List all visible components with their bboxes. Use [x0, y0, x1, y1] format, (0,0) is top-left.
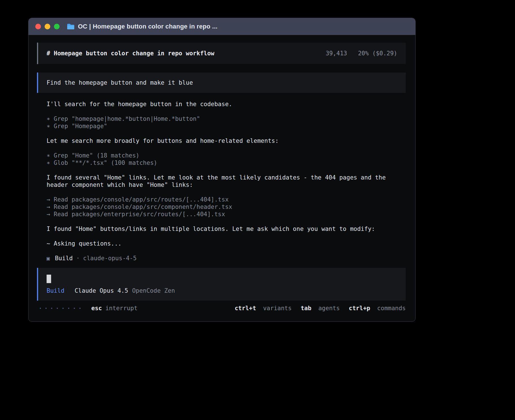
statusbar: ········ esc interrupt ctrl+t variants t… — [37, 305, 406, 312]
agent-status-line: ▣ Build · claude-opus-4-5 — [47, 255, 406, 262]
tool-call-grep: ∗ Grep "Home" (18 matches) — [47, 152, 406, 159]
agent-icon: ▣ — [47, 255, 50, 262]
terminal-content: # Homepage button color change in repo w… — [29, 35, 415, 312]
shortcut-key: ctrl+t — [235, 305, 256, 312]
esc-key-hint: esc — [91, 305, 102, 312]
minimize-button[interactable] — [45, 24, 50, 29]
shortcut-commands: ctrl+p commands — [349, 305, 406, 312]
tool-call-grep: ∗ Grep "Homepage" — [47, 123, 406, 130]
session-title: # Homepage button color change in repo w… — [47, 50, 214, 57]
assistant-status: ~ Asking questions... — [47, 240, 406, 247]
assistant-paragraph: Let me search more broadly for buttons a… — [47, 137, 406, 145]
statusbar-right: ctrl+t variants tab agents ctrl+p comman… — [226, 305, 406, 312]
assistant-paragraph: I'll search for the homepage button in t… — [47, 100, 406, 108]
agent-mode-label[interactable]: Build — [47, 287, 64, 294]
folder-icon — [67, 23, 75, 30]
user-message: Find the homepage button and make it blu… — [37, 73, 406, 93]
esc-key-label: interrupt — [105, 305, 138, 312]
spinner-dots: ········ — [39, 305, 84, 312]
context-usage: 20% ($0.29) — [358, 50, 397, 57]
terminal-window: OC | Homepage button color change in rep… — [28, 18, 416, 322]
agent-model: claude-opus-4-5 — [83, 255, 137, 262]
shortcut-label: commands — [377, 305, 406, 312]
tool-call-grep: ∗ Grep "homepage|home.*button|Home.*butt… — [47, 115, 406, 123]
shortcut-key: tab — [301, 305, 311, 312]
zoom-button[interactable] — [54, 24, 60, 29]
token-count: 39,413 — [326, 50, 347, 57]
shortcut-variants: ctrl+t variants — [235, 305, 292, 312]
tool-call-glob: ∗ Glob "**/*.tsx" (100 matches) — [47, 159, 406, 167]
shortcut-agents: tab agents — [301, 305, 340, 312]
user-message-text: Find the homepage button and make it blu… — [47, 79, 193, 86]
tool-call-group: → Read packages/console/app/src/routes/[… — [47, 196, 406, 218]
agent-separator: · — [76, 255, 80, 262]
input-meta-row: Build Claude Opus 4.5 OpenCode Zen — [47, 287, 397, 294]
close-button[interactable] — [35, 24, 41, 29]
tool-call-group: ∗ Grep "Home" (18 matches) ∗ Glob "**/*.… — [47, 152, 406, 167]
provider-label: OpenCode Zen — [132, 287, 175, 294]
assistant-paragraph: I found several "Home" links. Let me loo… — [47, 174, 400, 189]
tool-call-read: → Read packages/enterprise/src/routes/[.… — [47, 211, 406, 218]
window-title: OC | Homepage button color change in rep… — [78, 23, 217, 30]
tool-call-read: → Read packages/console/app/src/componen… — [47, 203, 406, 211]
shortcut-key: ctrl+p — [349, 305, 370, 312]
agent-name: Build — [55, 255, 73, 262]
text-cursor — [47, 275, 51, 283]
session-header: # Homepage button color change in repo w… — [37, 43, 406, 64]
shortcut-label: variants — [263, 305, 292, 312]
tool-call-read: → Read packages/console/app/src/routes/[… — [47, 196, 406, 203]
assistant-paragraph: I found "Home" buttons/links in multiple… — [47, 225, 406, 233]
prompt-input[interactable]: Build Claude Opus 4.5 OpenCode Zen — [37, 268, 406, 301]
shortcut-label: agents — [318, 305, 340, 312]
tool-call-group: ∗ Grep "homepage|home.*button|Home.*butt… — [47, 115, 406, 130]
model-label[interactable]: Claude Opus 4.5 — [75, 287, 128, 294]
traffic-lights — [35, 24, 60, 29]
statusbar-left: ········ esc interrupt — [39, 305, 138, 312]
session-meta: 39,413 20% ($0.29) — [326, 50, 397, 57]
titlebar[interactable]: OC | Homepage button color change in rep… — [29, 18, 415, 35]
